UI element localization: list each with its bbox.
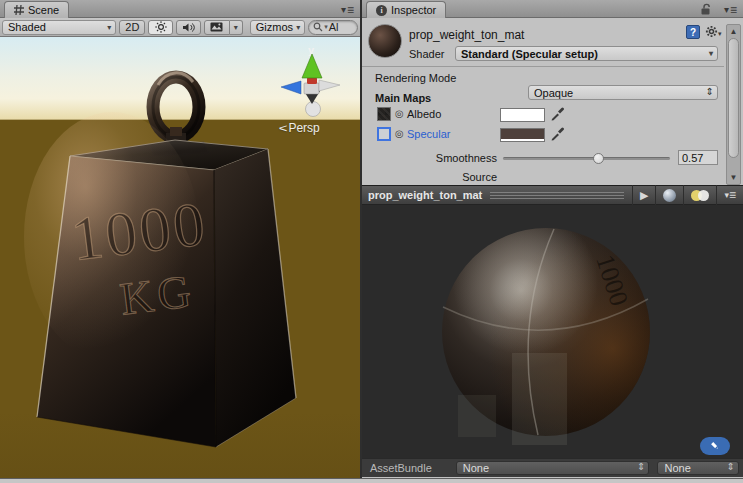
material-name: prop_weight_ton_mat bbox=[409, 28, 524, 42]
scene-orientation-gizmo: y bbox=[281, 44, 340, 117]
draw-mode-value: Shaded bbox=[8, 21, 46, 33]
assetbundle-variant-value: None bbox=[664, 462, 690, 474]
inspector-scrollbar[interactable]: ▲ ▼ bbox=[726, 24, 741, 185]
info-icon: i bbox=[376, 5, 387, 16]
image-icon bbox=[210, 22, 223, 32]
scene-panel: Scene ▾≡ Shaded ▾ 2D bbox=[0, 0, 360, 483]
material-preview-thumbnail[interactable] bbox=[368, 24, 402, 58]
preview-lighting-button[interactable] bbox=[683, 185, 716, 205]
scrollbar-thumb[interactable] bbox=[728, 38, 739, 158]
popup-arrows-icon: ⇕ bbox=[727, 461, 735, 472]
scroll-up-icon[interactable]: ▲ bbox=[727, 27, 740, 36]
assetbundle-dropdown[interactable]: None ⇕ bbox=[456, 461, 650, 475]
smoothness-slider[interactable] bbox=[503, 157, 670, 160]
scene-tab-label: Scene bbox=[28, 4, 59, 16]
weight-3d-object: 1000 KG y bbox=[0, 37, 360, 478]
unity-editor-window: Scene ▾≡ Shaded ▾ 2D bbox=[0, 0, 743, 483]
scene-grid-icon bbox=[14, 5, 24, 15]
search-filter-caret-icon: ▾ bbox=[324, 23, 328, 31]
search-text: Al bbox=[329, 21, 339, 33]
preview-menu-button[interactable]: ▾≡ bbox=[716, 185, 743, 205]
assetbundle-label: AssetBundle bbox=[370, 462, 432, 474]
assetbundle-variant-dropdown[interactable]: None ⇕ bbox=[657, 461, 739, 475]
albedo-label: Albedo bbox=[407, 108, 441, 120]
divider bbox=[362, 66, 724, 67]
scene-effects-group: ▾ bbox=[204, 20, 243, 35]
tag-icon bbox=[709, 440, 721, 452]
preview-title: prop_weight_ton_mat bbox=[368, 189, 482, 201]
albedo-color-swatch[interactable] bbox=[500, 108, 545, 122]
chevron-down-icon: ▾ bbox=[709, 49, 713, 58]
scene-panel-menu-icon[interactable]: ▾≡ bbox=[341, 4, 354, 15]
draw-mode-dropdown[interactable]: Shaded ▾ bbox=[2, 20, 116, 35]
scene-lighting-button[interactable] bbox=[148, 20, 172, 35]
inspector-panel-menu-icon[interactable]: ▾≡ bbox=[724, 4, 737, 15]
preview-drag-handle[interactable] bbox=[490, 192, 624, 199]
assetbundle-bar: AssetBundle None ⇕ None ⇕ bbox=[362, 458, 743, 477]
specular-color-swatch[interactable] bbox=[500, 128, 545, 142]
material-options-button[interactable]: ▾ bbox=[705, 25, 722, 38]
chevron-down-icon: ▾ bbox=[107, 23, 111, 32]
toggle-2d-button[interactable]: 2D bbox=[119, 20, 145, 35]
preview-viewport[interactable]: 1000 bbox=[362, 205, 743, 458]
persp-text: Persp bbox=[288, 121, 319, 135]
sphere-icon bbox=[663, 189, 676, 202]
tab-scene[interactable]: Scene bbox=[4, 1, 69, 18]
search-icon bbox=[313, 22, 323, 32]
weight-text-kg: KG bbox=[117, 265, 197, 325]
scene-effects-button[interactable] bbox=[204, 20, 230, 35]
shader-value: Standard (Specular setup) bbox=[461, 48, 598, 60]
chevron-down-icon: ▾ bbox=[234, 23, 238, 32]
assetbundle-value: None bbox=[463, 462, 489, 474]
scene-tabbar: Scene ▾≡ bbox=[0, 0, 360, 18]
inspector-panel: i Inspector ▾≡ prop_weight_ton_mat ? bbox=[362, 0, 743, 483]
tab-inspector[interactable]: i Inspector bbox=[366, 1, 446, 18]
gizmos-dropdown[interactable]: Gizmos ▾ bbox=[250, 20, 306, 35]
smoothness-label: Smoothness bbox=[362, 152, 497, 164]
albedo-texture-slot[interactable] bbox=[377, 107, 391, 121]
rendering-mode-label: Rendering Mode bbox=[375, 72, 456, 84]
specular-texture-slot[interactable] bbox=[377, 127, 391, 141]
preview-shape-button[interactable] bbox=[655, 185, 683, 205]
popup-arrows-icon: ⇕ bbox=[637, 461, 645, 472]
two-circles-icon bbox=[691, 189, 709, 201]
scene-viewport[interactable]: 1000 KG y < Persp bbox=[0, 37, 360, 478]
preview-header[interactable]: prop_weight_ton_mat ▶ ▾≡ bbox=[362, 185, 743, 205]
scene-search-input[interactable]: ▾ Al bbox=[308, 20, 358, 35]
rendering-mode-dropdown[interactable]: Opaque ⇕ bbox=[528, 85, 718, 100]
source-label: Source bbox=[362, 171, 497, 183]
preview-play-button[interactable]: ▶ bbox=[632, 185, 655, 205]
rendering-mode-value: Opaque bbox=[534, 87, 573, 99]
gear-caret-icon: ▾ bbox=[718, 30, 722, 38]
specular-eyedropper-icon[interactable] bbox=[550, 126, 564, 141]
scroll-down-icon[interactable]: ▼ bbox=[727, 173, 740, 182]
albedo-eyedropper-icon[interactable] bbox=[550, 106, 564, 121]
smoothness-value-field[interactable]: 0.57 bbox=[678, 150, 718, 165]
shader-dropdown[interactable]: Standard (Specular setup) ▾ bbox=[455, 46, 718, 61]
smoothness-slider-handle[interactable] bbox=[593, 153, 604, 164]
inspector-tab-label: Inspector bbox=[391, 4, 436, 16]
play-icon: ▶ bbox=[640, 189, 648, 202]
asset-labels-button[interactable] bbox=[700, 437, 730, 455]
perspective-toggle[interactable]: < Persp bbox=[280, 121, 320, 135]
lock-icon[interactable] bbox=[700, 3, 711, 15]
gizmos-label: Gizmos bbox=[256, 21, 293, 33]
chevron-down-icon: ▾ bbox=[296, 23, 300, 32]
help-icon[interactable]: ? bbox=[686, 25, 700, 39]
scene-effects-dropdown[interactable]: ▾ bbox=[230, 20, 243, 35]
shader-label: Shader bbox=[409, 48, 444, 60]
albedo-target-icon[interactable]: ◎ bbox=[395, 109, 404, 119]
popup-arrows-icon: ⇕ bbox=[706, 86, 714, 97]
sun-icon bbox=[155, 21, 167, 33]
specular-label: Specular bbox=[407, 128, 450, 140]
preview-sphere: 1000 bbox=[362, 205, 743, 458]
inspector-tabbar: i Inspector ▾≡ bbox=[362, 0, 743, 18]
speaker-icon bbox=[182, 22, 195, 33]
material-preview-panel: prop_weight_ton_mat ▶ ▾≡ bbox=[362, 185, 743, 477]
scene-audio-button[interactable] bbox=[176, 20, 201, 35]
persp-arrow-icon: < bbox=[279, 122, 288, 134]
specular-target-icon[interactable]: ◎ bbox=[395, 129, 404, 139]
gear-icon bbox=[705, 25, 718, 38]
scene-toolbar: Shaded ▾ 2D bbox=[0, 18, 360, 37]
main-maps-heading: Main Maps bbox=[375, 92, 431, 104]
